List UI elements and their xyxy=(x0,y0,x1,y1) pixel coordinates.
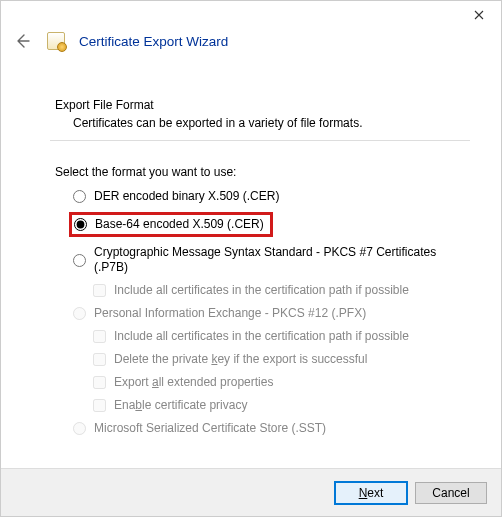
wizard-title: Certificate Export Wizard xyxy=(79,34,228,49)
section-description: Certificates can be exported in a variet… xyxy=(73,116,465,130)
radio-base64-input[interactable] xyxy=(74,218,87,231)
back-button[interactable] xyxy=(11,30,33,52)
footer: Next Cancel xyxy=(1,468,501,516)
cancel-button[interactable]: Cancel xyxy=(415,482,487,504)
check-pfx-export-ext-input xyxy=(93,376,106,389)
radio-der-label: DER encoded binary X.509 (.CER) xyxy=(94,189,279,204)
check-pkcs7-chain: Include all certificates in the certific… xyxy=(93,283,465,298)
section-title: Export File Format xyxy=(55,98,465,112)
radio-pkcs7-label: Cryptographic Message Syntax Standard - … xyxy=(94,245,465,275)
check-pfx-delete-key-input xyxy=(93,353,106,366)
check-pfx-export-ext: Export all extended properties xyxy=(93,375,465,390)
check-pfx-chain-label: Include all certificates in the certific… xyxy=(114,329,409,344)
radio-pfx-label: Personal Information Exchange - PKCS #12… xyxy=(94,306,366,321)
check-pfx-delete-key-label: Delete the private key if the export is … xyxy=(114,352,367,367)
check-pfx-export-ext-label: Export all extended properties xyxy=(114,375,273,390)
check-pfx-delete-key: Delete the private key if the export is … xyxy=(93,352,465,367)
close-icon xyxy=(474,10,484,20)
radio-pfx: Personal Information Exchange - PKCS #12… xyxy=(73,306,465,321)
check-pfx-privacy-input xyxy=(93,399,106,412)
arrow-left-icon xyxy=(13,32,31,50)
check-pfx-chain-input xyxy=(93,330,106,343)
radio-sst-input xyxy=(73,422,86,435)
radio-sst: Microsoft Serialized Certificate Store (… xyxy=(73,421,465,436)
format-prompt: Select the format you want to use: xyxy=(55,165,465,179)
check-pfx-chain: Include all certificates in the certific… xyxy=(93,329,465,344)
check-pfx-privacy: Enable certificate privacy xyxy=(93,398,465,413)
radio-base64[interactable]: Base-64 encoded X.509 (.CER) xyxy=(74,217,264,232)
check-pkcs7-chain-label: Include all certificates in the certific… xyxy=(114,283,409,298)
certificate-icon xyxy=(47,32,65,50)
radio-pkcs7-input[interactable] xyxy=(73,254,86,267)
check-pkcs7-chain-input xyxy=(93,284,106,297)
radio-der[interactable]: DER encoded binary X.509 (.CER) xyxy=(73,189,465,204)
radio-der-input[interactable] xyxy=(73,190,86,203)
radio-sst-label: Microsoft Serialized Certificate Store (… xyxy=(94,421,326,436)
close-button[interactable] xyxy=(456,1,501,29)
next-button[interactable]: Next xyxy=(335,482,407,504)
check-pfx-privacy-label: Enable certificate privacy xyxy=(114,398,247,413)
divider xyxy=(50,140,470,141)
radio-pkcs7[interactable]: Cryptographic Message Syntax Standard - … xyxy=(73,245,465,275)
highlight-base64: Base-64 encoded X.509 (.CER) xyxy=(69,212,273,237)
radio-pfx-input xyxy=(73,307,86,320)
radio-base64-label: Base-64 encoded X.509 (.CER) xyxy=(95,217,264,232)
